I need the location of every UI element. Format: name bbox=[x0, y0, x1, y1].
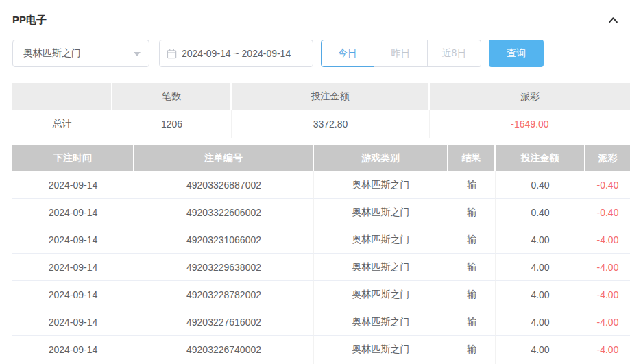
table-row: 2024-09-1449203227616002奥林匹斯之门输4.00-4.00 bbox=[12, 308, 630, 336]
summary-header-row: 笔数 投注金额 派彩 bbox=[12, 83, 630, 110]
table-cell: -4.00 bbox=[585, 308, 630, 336]
bet-col-order-id: 注单编号 bbox=[134, 145, 314, 171]
table-cell: 49203227616002 bbox=[134, 308, 314, 336]
table-cell: 总计 bbox=[12, 110, 112, 138]
summary-col-payout: 派彩 bbox=[430, 83, 630, 110]
table-cell: 2024-09-14 bbox=[12, 281, 134, 308]
caret-down-icon bbox=[134, 52, 141, 56]
table-cell: 奥林匹斯之门 bbox=[314, 199, 448, 226]
calendar-icon bbox=[167, 49, 177, 59]
table-row: 2024-09-1449203326887002奥林匹斯之门输0.40-0.40 bbox=[12, 171, 630, 199]
table-cell: 2024-09-14 bbox=[12, 336, 134, 363]
table-cell: 奥林匹斯之门 bbox=[314, 308, 448, 336]
summary-col-bet-amount: 投注金额 bbox=[232, 83, 430, 110]
table-cell: 49203229638002 bbox=[134, 254, 314, 281]
table-cell: 2024-09-14 bbox=[12, 171, 134, 199]
summary-col-empty bbox=[12, 83, 112, 110]
yesterday-button[interactable]: 昨日 bbox=[374, 40, 428, 67]
bet-col-bet-amount: 投注金额 bbox=[496, 145, 585, 171]
table-cell: 输 bbox=[448, 199, 496, 226]
bet-col-result: 结果 bbox=[448, 145, 496, 171]
table-cell: 输 bbox=[448, 171, 496, 199]
chevron-up-icon bbox=[607, 14, 619, 29]
search-button[interactable]: 查询 bbox=[489, 40, 544, 67]
table-row: 总计12063372.80-1649.00 bbox=[12, 110, 630, 138]
table-cell: 49203226740002 bbox=[134, 336, 314, 363]
table-cell: 49203326887002 bbox=[134, 171, 314, 199]
summary-col-count: 笔数 bbox=[112, 83, 232, 110]
bet-col-time: 下注时间 bbox=[12, 145, 134, 171]
table-cell: 输 bbox=[448, 336, 496, 363]
table-cell: -4.00 bbox=[585, 336, 630, 363]
table-row: 2024-09-1449203228782002奥林匹斯之门输4.00-4.00 bbox=[12, 281, 630, 308]
bet-records-table: 下注时间 注单编号 游戏类别 结果 投注金额 派彩 2024-09-144920… bbox=[12, 145, 630, 364]
table-cell: 4.00 bbox=[496, 226, 585, 254]
date-range-input[interactable]: 2024-09-14 ~ 2024-09-14 bbox=[159, 40, 313, 67]
table-cell: 2024-09-14 bbox=[12, 226, 134, 254]
table-cell: 4.00 bbox=[496, 336, 585, 363]
table-row: 2024-09-1449203322606002奥林匹斯之门输0.40-0.40 bbox=[12, 199, 630, 226]
table-cell: 4.00 bbox=[496, 308, 585, 336]
table-cell: 1206 bbox=[112, 110, 232, 138]
table-cell: 49203322606002 bbox=[134, 199, 314, 226]
table-cell: 奥林匹斯之门 bbox=[314, 254, 448, 281]
table-cell: 奥林匹斯之门 bbox=[314, 281, 448, 308]
table-cell: -0.40 bbox=[585, 171, 630, 199]
table-row: 2024-09-1449203226740002奥林匹斯之门输4.00-4.00 bbox=[12, 336, 630, 363]
quick-date-button-group: 今日 昨日 近8日 bbox=[321, 40, 481, 67]
table-cell: 输 bbox=[448, 308, 496, 336]
page-title: PP电子 bbox=[12, 14, 47, 27]
table-cell: -0.40 bbox=[585, 199, 630, 226]
today-button[interactable]: 今日 bbox=[321, 40, 374, 67]
table-cell: 2024-09-14 bbox=[12, 254, 134, 281]
table-cell: 3372.80 bbox=[232, 110, 430, 138]
game-select[interactable]: 奥林匹斯之门 bbox=[12, 40, 149, 67]
summary-table: 笔数 投注金额 派彩 总计12063372.80-1649.00 bbox=[12, 83, 630, 138]
table-row: 2024-09-1449203229638002奥林匹斯之门输4.00-4.00 bbox=[12, 254, 630, 281]
table-cell: 2024-09-14 bbox=[12, 308, 134, 336]
table-cell: 4.00 bbox=[496, 254, 585, 281]
pp-electronic-panel: PP电子 奥林匹斯之门 2024-09-14 ~ 2024-09-14 bbox=[0, 0, 630, 364]
bet-records-section: 下注时间 注单编号 游戏类别 结果 投注金额 派彩 2024-09-144920… bbox=[12, 145, 630, 364]
collapse-panel-button[interactable] bbox=[607, 15, 619, 27]
game-select-value: 奥林匹斯之门 bbox=[23, 47, 81, 60]
bet-header-row: 下注时间 注单编号 游戏类别 结果 投注金额 派彩 bbox=[12, 145, 630, 171]
table-cell: 奥林匹斯之门 bbox=[314, 336, 448, 363]
table-cell: 0.40 bbox=[496, 199, 585, 226]
table-cell: -4.00 bbox=[585, 281, 630, 308]
table-cell: 输 bbox=[448, 281, 496, 308]
table-cell: 输 bbox=[448, 254, 496, 281]
summary-section: 笔数 投注金额 派彩 总计12063372.80-1649.00 bbox=[12, 83, 630, 138]
table-cell: 4.00 bbox=[496, 281, 585, 308]
table-cell: 0.40 bbox=[496, 171, 585, 199]
table-cell: 49203231066002 bbox=[134, 226, 314, 254]
table-cell: -4.00 bbox=[585, 226, 630, 254]
filter-bar: 奥林匹斯之门 2024-09-14 ~ 2024-09-14 今日 昨日 近8日… bbox=[12, 40, 544, 67]
date-range-value: 2024-09-14 ~ 2024-09-14 bbox=[182, 48, 291, 59]
bet-col-game-type: 游戏类别 bbox=[314, 145, 448, 171]
table-cell: 奥林匹斯之门 bbox=[314, 226, 448, 254]
table-cell: 2024-09-14 bbox=[12, 199, 134, 226]
last-8-days-button[interactable]: 近8日 bbox=[428, 40, 481, 67]
bet-col-payout: 派彩 bbox=[585, 145, 630, 171]
table-row: 2024-09-1449203231066002奥林匹斯之门输4.00-4.00 bbox=[12, 226, 630, 254]
table-cell: 奥林匹斯之门 bbox=[314, 171, 448, 199]
table-cell: -1649.00 bbox=[430, 110, 630, 138]
table-cell: 49203228782002 bbox=[134, 281, 314, 308]
table-cell: 输 bbox=[448, 226, 496, 254]
table-cell: -4.00 bbox=[585, 254, 630, 281]
